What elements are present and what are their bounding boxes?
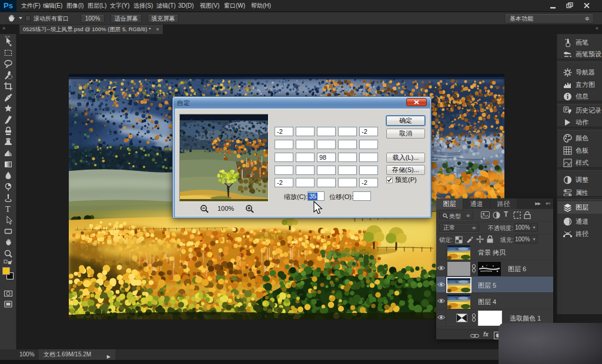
svg-text:T: T xyxy=(5,205,11,214)
